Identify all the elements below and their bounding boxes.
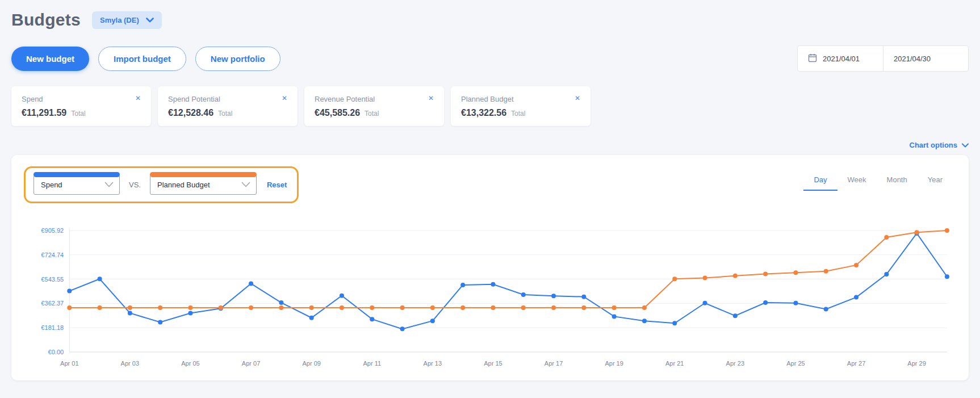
- right-series-dropdown[interactable]: Planned Budget: [150, 175, 257, 195]
- svg-text:Apr 21: Apr 21: [665, 360, 684, 367]
- import-budget-button[interactable]: Import budget: [98, 47, 186, 71]
- metric-card-planned-budget: Planned Budget ✕ €13,322.56 Total: [451, 86, 590, 126]
- tab-month[interactable]: Month: [877, 175, 918, 191]
- svg-text:Apr 27: Apr 27: [847, 360, 866, 367]
- metric-card-spend: Spend ✕ €11,291.59 Total: [11, 86, 151, 126]
- budgets-page: Budgets Smyla (DE) New budget Import bud…: [0, 0, 980, 380]
- budget-actions: New budget Import budget New portfolio: [11, 47, 280, 71]
- chart-controls: Spend VS. Planned Budget: [24, 166, 956, 203]
- line-chart-svg: €0.00€181.18€362.37€543.55€724.74€905.92…: [24, 223, 956, 371]
- new-budget-button[interactable]: New budget: [11, 47, 89, 71]
- metric-suffix: Total: [218, 110, 232, 118]
- page-title: Budgets: [11, 10, 81, 30]
- close-icon[interactable]: ✕: [575, 95, 580, 102]
- svg-text:€905.92: €905.92: [41, 227, 64, 234]
- date-start-field[interactable]: 2021/04/01: [798, 46, 883, 71]
- metric-suffix: Total: [71, 110, 85, 118]
- chevron-down-icon: [146, 16, 154, 24]
- date-range-picker: 2021/04/01 2021/04/30: [797, 45, 969, 72]
- granularity-tabs: Day Week Month Year: [803, 175, 953, 191]
- toolbar: New budget Import budget New portfolio 2…: [11, 45, 969, 72]
- svg-text:Apr 01: Apr 01: [60, 360, 79, 367]
- metric-card-spend-potential: Spend Potential ✕ €12,528.46 Total: [158, 86, 298, 126]
- page-header: Budgets Smyla (DE): [11, 10, 969, 30]
- vs-label: VS.: [129, 181, 141, 189]
- svg-text:Apr 07: Apr 07: [242, 360, 261, 367]
- account-selector[interactable]: Smyla (DE): [92, 11, 162, 29]
- date-end-value: 2021/04/30: [894, 55, 931, 63]
- budget-line-chart: €0.00€181.18€362.37€543.55€724.74€905.92…: [24, 223, 956, 374]
- svg-text:Apr 25: Apr 25: [786, 360, 805, 367]
- svg-text:Apr 09: Apr 09: [302, 360, 321, 367]
- metric-card-revenue-potential: Revenue Potential ✕ €45,585.26 Total: [304, 86, 444, 126]
- series-compare-highlight: Spend VS. Planned Budget: [24, 166, 299, 203]
- metric-label: Spend: [22, 95, 43, 103]
- metric-suffix: Total: [511, 110, 525, 118]
- spend-series-color-bar: [33, 172, 120, 177]
- chevron-down-icon: [962, 141, 969, 149]
- left-series-value: Spend: [41, 181, 62, 189]
- chevron-down-icon: [241, 181, 250, 189]
- metric-cards: Spend ✕ €11,291.59 Total Spend Potential…: [11, 86, 969, 126]
- close-icon[interactable]: ✕: [135, 95, 141, 102]
- account-selector-value: Smyla (DE): [100, 16, 139, 24]
- chart-options-row: Chart options: [11, 141, 969, 149]
- svg-text:Apr 17: Apr 17: [545, 360, 563, 367]
- close-icon[interactable]: ✕: [282, 95, 287, 102]
- date-end-field[interactable]: 2021/04/30: [883, 46, 968, 71]
- new-portfolio-button[interactable]: New portfolio: [195, 47, 280, 71]
- svg-text:€724.74: €724.74: [41, 252, 64, 258]
- metric-value: €45,585.26: [315, 108, 360, 118]
- close-icon[interactable]: ✕: [428, 95, 434, 102]
- reset-button[interactable]: Reset: [267, 181, 287, 189]
- metric-value: €13,322.56: [461, 108, 506, 118]
- svg-text:Apr 11: Apr 11: [363, 360, 381, 367]
- svg-text:Apr 05: Apr 05: [181, 360, 200, 367]
- date-start-value: 2021/04/01: [823, 55, 860, 63]
- svg-text:Apr 19: Apr 19: [605, 360, 623, 367]
- left-series-dropdown[interactable]: Spend: [33, 175, 120, 195]
- metric-value: €11,291.59: [22, 108, 66, 118]
- tab-day[interactable]: Day: [803, 175, 837, 191]
- chevron-down-icon: [104, 181, 114, 189]
- chart-card: Spend VS. Planned Budget: [11, 155, 969, 380]
- metric-value: €12,528.46: [168, 108, 213, 118]
- svg-text:€362.37: €362.37: [41, 300, 64, 307]
- planned-budget-series-color-bar: [150, 172, 257, 177]
- svg-text:Apr 03: Apr 03: [121, 360, 140, 367]
- tab-year[interactable]: Year: [918, 175, 953, 191]
- right-series-value: Planned Budget: [157, 181, 210, 189]
- svg-text:Apr 13: Apr 13: [424, 360, 442, 367]
- metric-label: Spend Potential: [168, 95, 220, 103]
- svg-text:€181.18: €181.18: [41, 324, 64, 331]
- svg-text:Apr 15: Apr 15: [484, 360, 502, 367]
- tab-week[interactable]: Week: [837, 175, 877, 191]
- metric-label: Planned Budget: [461, 95, 514, 103]
- svg-text:Apr 29: Apr 29: [907, 360, 926, 367]
- chart-options-link[interactable]: Chart options: [910, 141, 969, 149]
- chart-options-label: Chart options: [910, 141, 958, 149]
- metric-suffix: Total: [365, 110, 379, 118]
- svg-text:€543.55: €543.55: [41, 276, 64, 283]
- svg-text:€0.00: €0.00: [48, 349, 64, 355]
- calendar-icon: [808, 53, 817, 64]
- metric-label: Revenue Potential: [315, 95, 375, 103]
- svg-text:Apr 23: Apr 23: [726, 360, 745, 367]
